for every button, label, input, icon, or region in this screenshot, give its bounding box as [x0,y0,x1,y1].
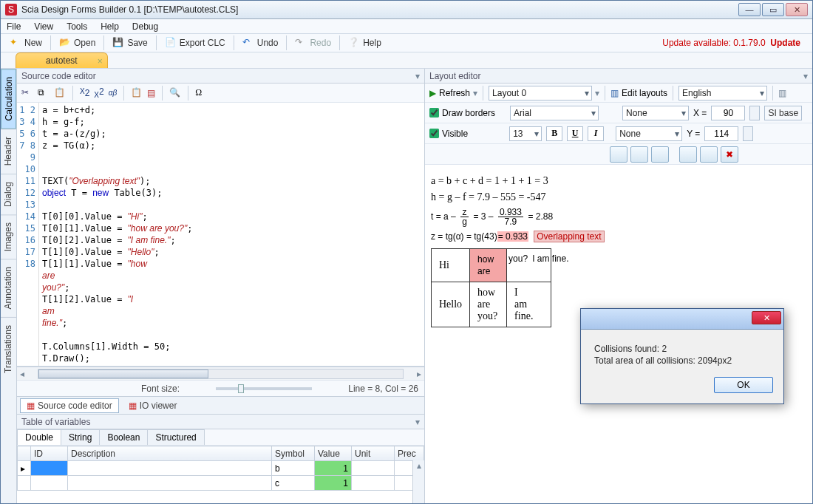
new-button[interactable]: New [5,35,47,50]
x-spinner[interactable] [749,106,760,120]
edit-layouts-button[interactable]: Edit layouts [622,88,667,98]
book-icon[interactable]: ▤ [147,88,155,98]
layout-dropdown-icon[interactable]: ▾ [803,71,808,81]
bottom-tab-source[interactable]: ▦Source code editor [20,398,119,413]
tov-tab-double[interactable]: Double [17,429,61,445]
export-icon [165,37,177,49]
font-combo[interactable]: Arial [510,106,599,120]
tab-close-icon[interactable]: × [98,56,103,67]
y-input[interactable] [704,126,738,141]
tov-tab-boolean[interactable]: Boolean [99,429,148,445]
menu-help[interactable]: Help [101,21,119,32]
size-combo[interactable]: 13 [509,126,542,141]
close-button[interactable]: ✕ [786,3,808,16]
y-spinner[interactable] [743,126,753,141]
tov-title: Table of variables▾ [17,415,424,429]
font-size-label: Font size: [141,384,180,394]
refresh-drop-icon[interactable]: ▾ [473,88,477,98]
save-icon [112,37,124,49]
rendered-table: Hi how are you? I am fine. Hello how are… [431,248,551,327]
search-icon[interactable] [169,87,181,99]
bold-button[interactable]: B [546,126,562,141]
copy-icon[interactable] [38,87,50,99]
code-hscroll[interactable]: ◂▸ [17,367,424,380]
open-button[interactable]: Open [55,35,100,50]
redo-button[interactable]: Redo [290,35,336,50]
variables-grid[interactable]: ID Description Symbol Value Unit Prec ▸ … [17,446,424,491]
open-icon [59,37,71,49]
language-combo[interactable]: English [678,86,767,101]
layout-combo[interactable]: Layout 0 [489,86,592,101]
tool-btn-3[interactable] [651,146,669,163]
side-tabs: Calculation Header Dialog Images Annotat… [1,69,17,503]
code-area[interactable]: a = b+c+d; h = g-f; t = a-(z/g); z = TG(… [39,103,424,366]
maximize-button[interactable]: ▭ [762,3,784,16]
minimize-button[interactable]: — [738,3,761,16]
dialog-close-button[interactable]: ✕ [752,311,781,324]
new-icon [10,37,21,49]
source-editor-title: Source code editor▾ [17,69,424,84]
vtab-calculation[interactable]: Calculation [1,69,16,129]
equation-3: t = a – zg = 3 – 0.9337.9 = 2.88 [431,208,806,226]
style-combo-1[interactable]: None [622,106,689,120]
tov-tab-structured[interactable]: Structured [147,429,204,445]
menu-file[interactable]: File [7,21,21,32]
superscript-icon[interactable]: X2 [94,86,103,99]
table-row[interactable]: ▸ b 1 2 [18,461,424,476]
save-button[interactable]: Save [108,35,152,50]
tool-btn-delete[interactable]: ✖ [721,146,738,163]
dialog-ok-button[interactable]: OK [714,377,773,393]
equation-4: z = tg(α) = tg(43)= 0.933 Overlapping te… [431,231,806,242]
greek-icon[interactable]: αβ [109,89,117,97]
tool-btn-5[interactable] [700,146,718,163]
update-link[interactable]: Update [770,38,800,48]
vtab-images[interactable]: Images [1,214,16,259]
tov-dropdown-icon[interactable]: ▾ [415,417,420,427]
grid-vscroll[interactable]: ▴ [412,460,424,503]
cursor-status: Line = 8, Col = 26 [348,384,418,394]
table-row[interactable]: c 1 2 [18,476,424,491]
subscript-icon[interactable]: X2 [80,87,89,98]
dialog-line-2: Total area of all collisions: 2094px2 [594,355,770,367]
update-banner: Update available: 0.1.79.0 Update [662,38,808,48]
style-combo-2[interactable]: None [616,126,682,141]
si-base-button[interactable]: SI base [764,106,802,120]
vtab-translations[interactable]: Translations [1,317,16,381]
paste-icon[interactable] [54,87,66,99]
clipboard-icon[interactable] [131,87,143,99]
layout-drop-icon[interactable]: ▾ [595,88,599,98]
italic-button[interactable]: I [588,126,604,141]
vtab-header[interactable]: Header [1,129,16,173]
document-tab[interactable]: autotest × [16,52,108,68]
tool-btn-1[interactable] [610,146,627,163]
settings-icon[interactable]: ▥ [778,88,786,98]
layout-tool-row: ✖ [425,144,812,165]
menu-debug[interactable]: Debug [132,21,158,32]
refresh-button[interactable]: Refresh [439,88,470,98]
tool-btn-2[interactable] [630,146,648,163]
cut-icon[interactable] [21,87,33,99]
main-toolbar: New Open Save Export CLC Undo Redo Help … [1,34,812,52]
draw-borders-checkbox[interactable]: Draw borders [429,108,495,118]
bottom-tab-io[interactable]: ▦IO viewer [122,398,184,413]
vtab-annotation[interactable]: Annotation [1,259,16,316]
visible-checkbox[interactable]: Visible [429,129,468,139]
edit-layouts-icon[interactable]: ▥ [610,88,619,98]
layout-editor-title: Layout editor▾ [425,69,812,84]
export-button[interactable]: Export CLC [160,35,230,50]
menu-view[interactable]: View [34,21,53,32]
panel-dropdown-icon[interactable]: ▾ [415,71,420,81]
underline-button[interactable]: U [567,126,583,141]
undo-icon [242,37,254,49]
tool-btn-4[interactable] [679,146,697,163]
undo-button[interactable]: Undo [238,35,283,50]
play-icon[interactable]: ▶ [429,88,436,98]
tov-tab-string[interactable]: String [61,429,100,445]
x-input[interactable] [711,106,745,120]
vtab-dialog[interactable]: Dialog [1,174,16,214]
menu-tools[interactable]: Tools [67,21,87,32]
font-size-slider[interactable] [216,387,312,390]
equation-1: a = b + c + d = 1 + 1 + 1 = 3 [431,175,806,187]
omega-icon[interactable] [195,87,207,99]
help-button[interactable]: Help [344,35,386,50]
